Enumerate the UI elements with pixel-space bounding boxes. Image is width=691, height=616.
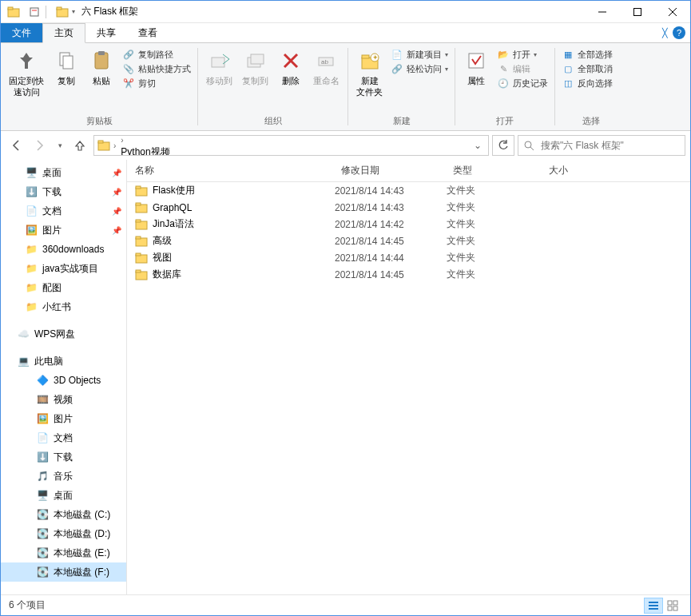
nav-item[interactable]: ⬇️下载: [1, 447, 126, 467]
minimize-button[interactable]: [585, 1, 620, 23]
nav-item[interactable]: 💽本地磁盘 (F:): [1, 562, 126, 582]
invert-selection-button[interactable]: ◫反向选择: [562, 77, 613, 89]
column-headers[interactable]: 名称 修改日期 类型 大小: [127, 160, 690, 182]
nav-item[interactable]: 📄文档: [1, 428, 126, 447]
nav-item[interactable]: 📁小红书: [1, 297, 126, 316]
file-rows[interactable]: Flask使用2021/8/14 14:43文件夹GraphQL2021/8/1…: [127, 182, 690, 594]
nav-item[interactable]: ⬇️下载📌: [1, 182, 126, 201]
navigation-pane[interactable]: 🖥️桌面📌⬇️下载📌📄文档📌🖼️图片📌📁360downloads📁java实战项…: [1, 160, 127, 594]
svg-rect-48: [673, 606, 677, 610]
col-name[interactable]: 名称: [127, 164, 335, 177]
file-row[interactable]: GraphQL2021/8/14 14:43文件夹: [127, 199, 690, 216]
ribbon-toggle-icon[interactable]: ╳: [662, 28, 668, 38]
nav-item[interactable]: 📄文档📌: [1, 201, 126, 221]
new-item-button[interactable]: 📄新建项目▾: [391, 48, 448, 61]
file-row[interactable]: 高级2021/8/14 14:45文件夹: [127, 232, 690, 249]
nav-item[interactable]: 📁配图: [1, 278, 126, 297]
svg-rect-5: [57, 7, 62, 10]
refresh-button[interactable]: [492, 135, 514, 156]
tab-view[interactable]: 查看: [127, 23, 169, 42]
nav-item[interactable]: 🎞️视频: [1, 390, 126, 409]
nav-item[interactable]: 💽本地磁盘 (C:): [1, 505, 126, 524]
close-button[interactable]: [655, 1, 690, 23]
col-modified[interactable]: 修改日期: [335, 164, 447, 177]
back-button[interactable]: [6, 135, 26, 156]
nav-item[interactable]: 💽本地磁盘 (E:): [1, 543, 126, 562]
drive-icon: 💽: [36, 566, 49, 578]
file-name: 高级: [153, 234, 172, 248]
nav-item[interactable]: 🖼️图片📌: [1, 221, 126, 240]
breadcrumb-item[interactable]: Python视频: [119, 145, 179, 156]
file-type: 文件夹: [447, 184, 542, 197]
help-icon[interactable]: ?: [673, 26, 685, 39]
svg-rect-25: [469, 54, 483, 68]
folder-icon: [135, 218, 148, 231]
file-row[interactable]: JinJa语法2021/8/14 14:42文件夹: [127, 216, 690, 232]
move-to-button[interactable]: 移动到: [201, 46, 237, 88]
file-row[interactable]: Flask使用2021/8/14 14:43文件夹: [127, 182, 690, 199]
search-box[interactable]: [518, 135, 685, 156]
nav-item[interactable]: 💽本地磁盘 (D:): [1, 524, 126, 543]
file-modified: 2021/8/14 14:45: [335, 236, 447, 247]
svg-text:✦: ✦: [372, 54, 379, 62]
open-button[interactable]: 📂打开▾: [497, 48, 548, 61]
file-type: 文件夹: [447, 268, 542, 281]
address-dropdown-icon[interactable]: ⌄: [471, 140, 485, 151]
file-name: 视图: [153, 251, 172, 264]
tab-share[interactable]: 共享: [85, 23, 127, 42]
svg-rect-1: [8, 7, 13, 10]
paste-shortcut-button[interactable]: 📎粘贴快捷方式: [122, 62, 191, 75]
col-size[interactable]: 大小: [542, 164, 690, 177]
copy-button[interactable]: 复制: [49, 46, 84, 88]
nav-item[interactable]: 📁java实战项目: [1, 259, 126, 278]
paste-button[interactable]: 粘贴: [84, 46, 119, 88]
nav-item[interactable]: 🖥️桌面: [1, 486, 126, 505]
file-row[interactable]: 视图2021/8/14 14:44文件夹: [127, 249, 690, 266]
file-modified: 2021/8/14 14:43: [335, 185, 447, 197]
nav-item[interactable]: 🎵音乐: [1, 467, 126, 486]
select-none-button[interactable]: ▢全部取消: [562, 62, 613, 75]
col-type[interactable]: 类型: [447, 164, 542, 177]
history-button[interactable]: 🕘历史记录: [497, 77, 548, 89]
chevron-right-icon[interactable]: ›: [112, 141, 117, 150]
delete-button[interactable]: 删除: [273, 46, 308, 88]
nav-item[interactable]: 🖼️图片: [1, 409, 126, 428]
new-folder-button[interactable]: ✦ 新建 文件夹: [351, 46, 387, 99]
copy-to-button[interactable]: 复制到: [237, 46, 273, 88]
nav-wps[interactable]: ☁️ WPS网盘: [1, 324, 126, 344]
properties-button[interactable]: 属性: [459, 46, 494, 88]
tab-home[interactable]: 主页: [42, 23, 85, 43]
view-icons-button[interactable]: [663, 598, 682, 614]
edit-button[interactable]: ✎编辑: [497, 62, 548, 75]
pin-quickaccess-button[interactable]: 固定到快 速访问: [4, 46, 49, 99]
rename-button[interactable]: ab 重命名: [308, 46, 344, 88]
address-bar[interactable]: › 此电脑›本地磁盘 (F:)›Python视频›六 Flask 框架› ⌄: [93, 135, 489, 156]
view-details-button[interactable]: [644, 598, 663, 614]
file-name: 数据库: [153, 268, 181, 281]
file-row[interactable]: 数据库2021/8/14 14:45文件夹: [127, 266, 690, 283]
folder-icon: 📁: [25, 243, 38, 256]
group-open-label: 打开: [459, 113, 551, 130]
doc-icon: 📄: [36, 431, 49, 444]
qat-dropdown-icon[interactable]: ▾: [72, 8, 75, 15]
forward-button[interactable]: [30, 135, 50, 156]
copy-path-button[interactable]: 🔗复制路径: [122, 48, 191, 61]
qat-properties-icon[interactable]: [26, 4, 42, 20]
drive-icon: 💽: [36, 508, 49, 521]
nav-this-pc[interactable]: 💻 此电脑: [1, 352, 126, 371]
recent-button[interactable]: ▾: [54, 135, 66, 156]
file-modified: 2021/8/14 14:44: [335, 252, 447, 264]
tab-file[interactable]: 文件: [1, 23, 42, 42]
search-input[interactable]: [539, 139, 680, 152]
file-list: 名称 修改日期 类型 大小 Flask使用2021/8/14 14:43文件夹G…: [127, 160, 690, 594]
select-all-button[interactable]: ▦全部选择: [562, 48, 613, 61]
easy-access-button[interactable]: 🔗轻松访问▾: [391, 62, 448, 75]
nav-item[interactable]: 🖥️桌面📌: [1, 163, 126, 182]
nav-item[interactable]: 📁360downloads: [1, 240, 126, 259]
maximize-button[interactable]: [620, 1, 655, 23]
cut-button[interactable]: ✂️剪切: [122, 77, 191, 89]
drive-icon: 💽: [36, 546, 49, 559]
nav-item[interactable]: 🔷3D Objects: [1, 371, 126, 390]
up-button[interactable]: [69, 135, 90, 156]
chevron-right-icon[interactable]: ›: [119, 136, 125, 145]
